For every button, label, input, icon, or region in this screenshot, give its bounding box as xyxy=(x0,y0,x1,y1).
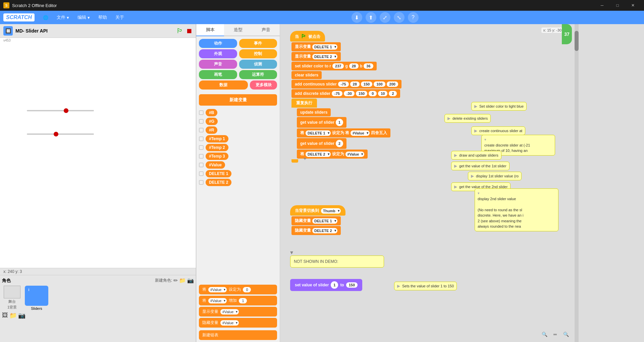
upload-sprite-button[interactable]: 📁 xyxy=(179,277,186,284)
help-menu[interactable]: 帮助 xyxy=(95,12,110,22)
zoom-reset-button[interactable]: ═ xyxy=(551,330,559,339)
var-pill-Delete2[interactable]: DELETE 2 xyxy=(206,179,231,186)
var-checkbox-R[interactable] xyxy=(199,128,204,132)
add-continuous-slider-block[interactable]: add continuous slider -75 28 150 100 200 xyxy=(291,80,401,89)
show-delete1-block[interactable]: 显示变量 DELETE 1 xyxy=(291,42,341,51)
set-value-input[interactable]: 0 xyxy=(243,287,251,292)
add-discrete-slider-block[interactable]: add discrete slider -75 -30 150 0 10 2 xyxy=(291,89,400,98)
when-flag-clicked-block[interactable]: 当 🏳 被点击 xyxy=(290,31,325,42)
hide-del2-dropdown[interactable]: DELETE 2 xyxy=(312,228,337,233)
set-value-slider-block[interactable]: set value of slider 1 to 150 xyxy=(290,279,362,291)
hide-del1-dropdown[interactable]: DELETE 1 xyxy=(312,218,337,224)
var-pill-Temp1[interactable]: #Temp 1 xyxy=(206,135,228,142)
category-pen[interactable]: 画笔 xyxy=(199,70,237,79)
var-pill-Temp2[interactable]: #Temp 2 xyxy=(206,144,228,151)
repeat-block[interactable]: 重复执行 xyxy=(291,99,317,108)
set-value-block[interactable]: 将 #Value 设定为 0 xyxy=(199,285,277,294)
edit-menu[interactable]: 编辑 ▾ xyxy=(74,12,93,22)
share-button[interactable]: ⤡ xyxy=(394,12,405,23)
get-value-2-block[interactable]: get value of slider 2 xyxy=(297,138,346,149)
file-menu[interactable]: 文件 ▾ xyxy=(53,12,72,22)
minimize-button[interactable]: ─ xyxy=(594,0,610,11)
collapse-button[interactable]: ▾ xyxy=(290,249,293,256)
import-button[interactable]: ⬇ xyxy=(352,12,362,23)
category-more[interactable]: 更多模块 xyxy=(250,80,277,90)
var-checkbox-Value[interactable] xyxy=(199,163,204,167)
category-events[interactable]: 事件 xyxy=(239,39,277,48)
cont-p3[interactable]: 150 xyxy=(361,81,372,87)
category-control[interactable]: 控制 xyxy=(239,49,277,58)
set-color-block[interactable]: set slider color to r 237 g 28 b 36 xyxy=(291,62,377,70)
help-button[interactable]: ? xyxy=(408,12,419,23)
camera-backdrop-icon[interactable]: 📷 xyxy=(18,312,25,319)
backdrop-dropdown[interactable]: Thumb xyxy=(321,208,341,214)
paint-backdrop-icon[interactable]: 🖼 xyxy=(2,312,8,319)
camera-sprite-button[interactable]: 📷 xyxy=(187,277,194,284)
sprite-info-icon[interactable]: i xyxy=(26,287,31,292)
tab-costume[interactable]: 造型 xyxy=(224,24,252,36)
value-dropdown[interactable]: #Value xyxy=(208,287,227,292)
upload-backdrop-icon[interactable]: 📁 xyxy=(9,312,17,319)
var-checkbox-Temp1[interactable] xyxy=(199,136,204,141)
show-delete1-dropdown[interactable]: DELETE 1 xyxy=(312,44,337,50)
var-pill-G[interactable]: #G xyxy=(206,118,218,125)
b-input[interactable]: 36 xyxy=(364,63,373,69)
var-checkbox-Delete1[interactable] xyxy=(199,171,204,176)
category-sound[interactable]: 声音 xyxy=(199,60,237,69)
green-flag-button[interactable]: 🏳 xyxy=(176,27,183,35)
cont-p4[interactable]: 100 xyxy=(374,81,385,87)
slider-thumb-1[interactable] xyxy=(64,108,68,113)
change-dropdown[interactable]: #Value xyxy=(208,298,227,303)
fullscreen-button[interactable]: ⤢ xyxy=(380,12,390,23)
vertical-scrollbar[interactable] xyxy=(575,24,579,342)
slider-set-value[interactable]: 150 xyxy=(346,282,358,288)
disc-p5[interactable]: 10 xyxy=(378,91,387,96)
hide-delete2-block[interactable]: 隐藏变量 DELETE 2 xyxy=(291,226,341,235)
category-motion[interactable]: 动作 xyxy=(199,39,237,48)
disc-p6[interactable]: 2 xyxy=(389,91,397,96)
zoom-out-button[interactable]: 🔍 xyxy=(561,330,570,339)
change-value-block[interactable]: 将 #Value 增加 1 xyxy=(199,296,277,305)
slider-thumb-2[interactable] xyxy=(54,132,58,136)
var-checkbox-Delete2[interactable] xyxy=(199,180,204,185)
disc-p2[interactable]: -30 xyxy=(344,91,355,96)
show-delete2-block[interactable]: 显示变量 DELETE 2 xyxy=(291,52,341,61)
about-menu[interactable]: 关于 xyxy=(112,12,127,22)
get-value-1-block[interactable]: get value of slider 1 xyxy=(297,117,346,128)
cont-p2[interactable]: 28 xyxy=(350,81,360,87)
hide-var-dropdown[interactable]: #Value xyxy=(220,320,239,326)
slider-1[interactable] xyxy=(27,110,94,111)
sprite-thumb-sliders[interactable]: i xyxy=(25,286,48,306)
zoom-in-button[interactable]: 🔍 xyxy=(540,330,549,339)
disc-p4[interactable]: 0 xyxy=(369,91,377,96)
cont-p1[interactable]: -75 xyxy=(338,81,349,87)
var-pill-Value[interactable]: #Value xyxy=(206,161,225,169)
globe-menu[interactable]: 🌐 xyxy=(40,13,52,22)
scrollbar-thumb[interactable] xyxy=(575,31,579,51)
g-input[interactable]: 28 xyxy=(349,63,359,69)
new-list-button[interactable]: 新建链表 xyxy=(199,330,277,340)
set-delete1-value-block[interactable]: 将 DELETE 1 设定为 将 #Value 四舍五入 xyxy=(297,128,390,137)
category-data[interactable]: 数据 xyxy=(199,80,248,90)
slider-2[interactable] xyxy=(27,133,94,135)
stage-thumbnail[interactable]: 舞台 1背景 xyxy=(2,286,22,310)
var-checkbox-G[interactable] xyxy=(199,119,204,124)
var-checkbox-Temp2[interactable] xyxy=(199,145,204,150)
clear-sliders-block[interactable]: clear sliders xyxy=(291,71,322,79)
tab-script[interactable]: 脚本 xyxy=(196,24,224,36)
show-delete2-dropdown[interactable]: DELETE 2 xyxy=(312,54,337,59)
category-sensing[interactable]: 侦测 xyxy=(239,60,277,69)
update-sliders-block[interactable]: update sliders xyxy=(297,108,331,116)
disc-p1[interactable]: -75 xyxy=(332,91,342,96)
category-looks[interactable]: 外观 xyxy=(199,49,237,58)
cont-p5[interactable]: 200 xyxy=(387,81,398,87)
upload-button[interactable]: ⬆ xyxy=(366,12,376,23)
paint-sprite-button[interactable]: ✏ xyxy=(173,277,178,284)
show-var-block[interactable]: 显示变量 #Value xyxy=(199,307,277,317)
slider-set-num[interactable]: 1 xyxy=(331,281,338,289)
when-backdrop-block[interactable]: 当背景切换到 Thumb xyxy=(290,205,345,216)
var-pill-Delete1[interactable]: DELETE 1 xyxy=(206,170,231,177)
sprite-item-sliders[interactable]: i Sliders xyxy=(25,286,48,310)
green-circle-tab[interactable]: 37 xyxy=(562,24,572,44)
maximize-button[interactable]: □ xyxy=(610,0,625,11)
